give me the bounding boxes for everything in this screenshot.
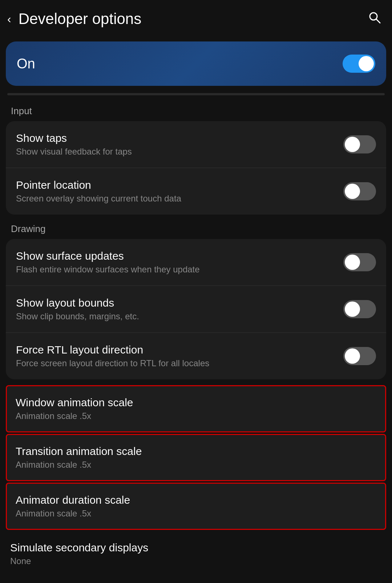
window-animation-scale-item[interactable]: Window animation scale Animation scale .… [6, 385, 386, 432]
force-rtl-toggle[interactable] [343, 347, 376, 365]
simulate-secondary-displays-subtitle: None [10, 556, 382, 566]
window-animation-scale-title: Window animation scale [16, 396, 376, 409]
simulate-secondary-displays-title: Simulate secondary displays [10, 542, 382, 554]
drawing-section-label: Drawing [0, 220, 392, 239]
input-section: Input Show taps Show visual feedback for… [0, 103, 392, 215]
toggle-thumb [345, 348, 360, 364]
show-taps-toggle[interactable] [343, 135, 376, 153]
on-toggle-card[interactable]: On [6, 41, 386, 86]
show-surface-updates-toggle[interactable] [343, 253, 376, 271]
search-icon[interactable] [368, 11, 381, 27]
toggle-thumb [345, 137, 360, 152]
pointer-location-title: Pointer location [16, 179, 343, 191]
toggle-track [343, 135, 376, 153]
drawing-settings-card: Show surface updates Flash entire window… [6, 239, 386, 379]
show-taps-item[interactable]: Show taps Show visual feedback for taps [6, 121, 386, 168]
input-section-label: Input [0, 103, 392, 121]
pointer-location-text: Pointer location Screen overlay showing … [16, 179, 343, 204]
back-icon[interactable]: ‹ [7, 13, 11, 25]
animator-duration-scale-text: Animator duration scale Animation scale … [16, 494, 376, 519]
pointer-location-subtitle: Screen overlay showing current touch dat… [16, 193, 343, 204]
show-layout-bounds-toggle[interactable] [343, 300, 376, 318]
window-animation-scale-text: Window animation scale Animation scale .… [16, 396, 376, 421]
force-rtl-title: Force RTL layout direction [16, 344, 343, 356]
show-surface-updates-text: Show surface updates Flash entire window… [16, 250, 343, 275]
drawing-section: Drawing Show surface updates Flash entir… [0, 220, 392, 379]
header: ‹ Developer options [0, 0, 392, 38]
pointer-location-item[interactable]: Pointer location Screen overlay showing … [6, 168, 386, 215]
toggle-track [343, 347, 376, 365]
svg-line-1 [376, 19, 380, 23]
show-layout-bounds-subtitle: Show clip bounds, margins, etc. [16, 311, 343, 322]
bottom-section: Simulate secondary displays None [0, 531, 392, 571]
show-surface-updates-item[interactable]: Show surface updates Flash entire window… [6, 239, 386, 286]
on-toggle-label: On [17, 56, 35, 72]
show-layout-bounds-text: Show layout bounds Show clip bounds, mar… [16, 297, 343, 322]
transition-animation-scale-title: Transition animation scale [16, 445, 376, 458]
force-rtl-item[interactable]: Force RTL layout direction Force screen … [6, 333, 386, 379]
pointer-location-toggle[interactable] [343, 182, 376, 200]
force-rtl-subtitle: Force screen layout direction to RTL for… [16, 358, 343, 368]
toggle-thumb [359, 56, 374, 71]
input-settings-card: Show taps Show visual feedback for taps … [6, 121, 386, 215]
toggle-track [343, 182, 376, 200]
transition-animation-scale-item[interactable]: Transition animation scale Animation sca… [6, 434, 386, 481]
page-title: Developer options [19, 10, 142, 28]
toggle-track [343, 55, 375, 73]
animator-duration-scale-subtitle: Animation scale .5x [16, 508, 376, 519]
show-taps-title: Show taps [16, 132, 343, 144]
toggle-thumb [345, 255, 360, 270]
window-animation-scale-subtitle: Animation scale .5x [16, 411, 376, 421]
transition-animation-scale-subtitle: Animation scale .5x [16, 460, 376, 470]
show-surface-updates-title: Show surface updates [16, 250, 343, 262]
animator-duration-scale-item[interactable]: Animator duration scale Animation scale … [6, 483, 386, 530]
toggle-thumb [345, 184, 360, 199]
animation-section: Window animation scale Animation scale .… [0, 385, 392, 530]
toggle-track [343, 253, 376, 271]
header-left: ‹ Developer options [7, 10, 141, 28]
force-rtl-text: Force RTL layout direction Force screen … [16, 344, 343, 368]
show-taps-subtitle: Show visual feedback for taps [16, 147, 343, 157]
on-toggle-switch[interactable] [343, 55, 375, 73]
show-taps-text: Show taps Show visual feedback for taps [16, 132, 343, 157]
animator-duration-scale-title: Animator duration scale [16, 494, 376, 506]
show-layout-bounds-item[interactable]: Show layout bounds Show clip bounds, mar… [6, 286, 386, 333]
show-surface-updates-subtitle: Flash entire window surfaces when they u… [16, 264, 343, 275]
transition-animation-scale-text: Transition animation scale Animation sca… [16, 445, 376, 470]
section-divider [7, 93, 385, 95]
toggle-thumb [345, 302, 360, 317]
toggle-track [343, 300, 376, 318]
show-layout-bounds-title: Show layout bounds [16, 297, 343, 309]
simulate-secondary-displays-item[interactable]: Simulate secondary displays None [0, 531, 392, 571]
